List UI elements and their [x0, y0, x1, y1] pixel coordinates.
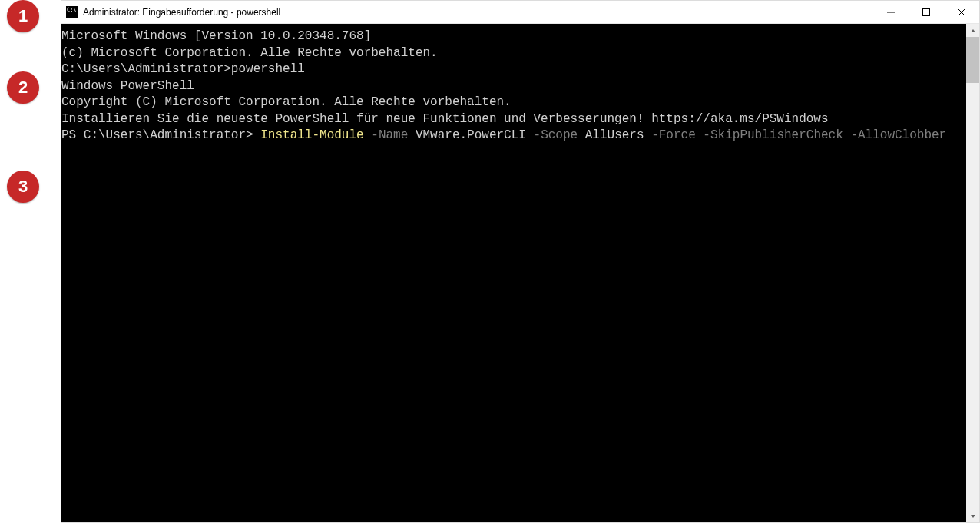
terminal-line: (c) Microsoft Corporation. Alle Rechte v… — [61, 45, 966, 62]
terminal-line: Windows PowerShell — [61, 78, 966, 95]
scroll-down-button[interactable] — [966, 509, 979, 522]
maximize-button[interactable] — [909, 1, 944, 23]
ps-param-skippublishercheck: -SkipPublisherCheck — [696, 128, 843, 142]
ps-arg-scope: AllUsers — [585, 128, 644, 142]
scroll-track[interactable] — [966, 37, 979, 509]
terminal-window: Administrator: Eingabeaufforderung - pow… — [61, 0, 980, 523]
window-title: Administrator: Eingabeaufforderung - pow… — [83, 7, 280, 18]
minimize-icon — [887, 8, 895, 16]
ps-arg-name: VMware.PowerCLI — [416, 128, 526, 142]
vertical-scrollbar[interactable] — [966, 24, 979, 522]
ps-param-scope: -Scope — [526, 128, 585, 142]
svg-marker-5 — [971, 515, 975, 518]
cmd-icon — [66, 6, 78, 18]
ps-param-name: -Name — [364, 128, 416, 142]
maximize-icon — [922, 8, 930, 16]
client-area: Microsoft Windows [Version 10.0.20348.76… — [61, 24, 979, 522]
callout-1: 1 — [7, 0, 39, 32]
close-icon — [958, 8, 965, 16]
terminal-line: Installieren Sie die neueste PowerShell … — [61, 111, 966, 128]
chevron-up-icon — [970, 28, 976, 34]
scroll-thumb[interactable] — [966, 37, 979, 83]
callout-3: 3 — [7, 171, 39, 203]
ps-prompt: PS C:\Users\Administrator> — [61, 128, 260, 142]
ps-cmdlet: Install-Module — [260, 128, 363, 142]
window-controls — [873, 1, 979, 23]
svg-marker-4 — [971, 29, 975, 32]
chevron-down-icon — [970, 513, 976, 519]
terminal-output[interactable]: Microsoft Windows [Version 10.0.20348.76… — [61, 24, 966, 522]
terminal-line: C:\Users\Administrator>powershell — [61, 61, 966, 78]
minimize-button[interactable] — [873, 1, 909, 23]
close-button[interactable] — [944, 1, 979, 23]
terminal-line: Copyright (C) Microsoft Corporation. All… — [61, 95, 966, 111]
ps-param-allowclobber: -AllowClobber — [843, 128, 946, 142]
svg-rect-0 — [887, 12, 895, 12]
svg-rect-1 — [923, 8, 930, 15]
terminal-line: Microsoft Windows [Version 10.0.20348.76… — [61, 28, 966, 45]
terminal-ps-line: PS C:\Users\Administrator> Install-Modul… — [61, 128, 966, 144]
ps-param-force: -Force — [644, 128, 696, 142]
titlebar: Administrator: Eingabeaufforderung - pow… — [61, 1, 979, 24]
scroll-up-button[interactable] — [966, 24, 979, 37]
callout-2: 2 — [7, 71, 39, 104]
